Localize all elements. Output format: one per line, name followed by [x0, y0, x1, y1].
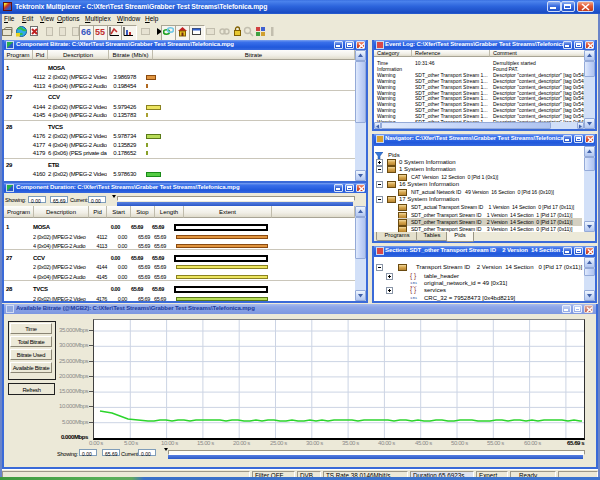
svg-text:011: 011: [410, 300, 418, 302]
svg-text:55: 55: [95, 27, 105, 37]
svg-text:66: 66: [81, 27, 91, 37]
